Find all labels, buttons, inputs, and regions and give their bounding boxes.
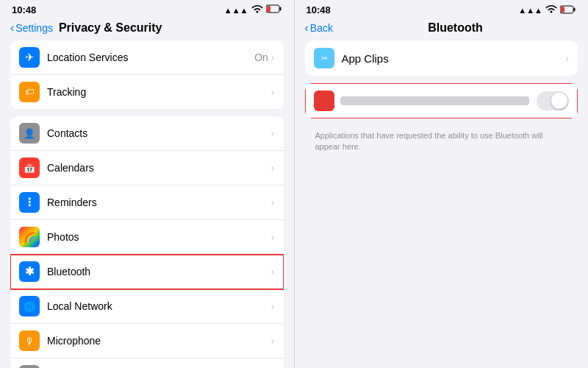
settings-list: ✈ Location Services On › 🏷 Tracking › 👤 … — [0, 40, 294, 368]
bluetooth-icon: ✱ — [19, 261, 40, 282]
calendars-icon: 📅 — [19, 158, 40, 178]
status-time-right: 10:48 — [306, 4, 331, 15]
wifi-icon — [251, 5, 263, 15]
contacts-icon: 👤 — [19, 123, 40, 144]
status-time-left: 10:48 — [12, 4, 36, 15]
battery-icon-left — [266, 4, 282, 15]
microphone-chevron: › — [271, 335, 275, 347]
bt-app-icon-placeholder — [314, 91, 334, 111]
status-bar-right: 10:48 ▲▲▲ — [295, 0, 589, 18]
svg-rect-2 — [279, 7, 281, 11]
app-clips-group: ✂ App Clips › — [305, 40, 578, 76]
bt-app-toggle[interactable] — [537, 91, 569, 110]
list-item-reminders[interactable]: ⁝ Reminders › — [10, 185, 284, 220]
app-clips-icon: ✂ — [314, 48, 334, 68]
bt-app-row[interactable] — [305, 83, 578, 118]
list-item-photos[interactable]: 🌈 Photos › — [10, 220, 284, 255]
back-chevron-left: ‹ — [10, 21, 14, 35]
nav-title-left: Privacy & Security — [59, 21, 162, 35]
status-bar-left: 10:48 ▲▲▲ — [0, 0, 294, 18]
location-icon: ✈ — [19, 47, 40, 68]
local-network-icon: 🌐 — [19, 296, 40, 316]
contacts-label: Contacts — [47, 127, 271, 139]
battery-icon-right — [560, 5, 576, 15]
signal-icon: ▲▲▲ — [224, 6, 248, 15]
left-panel: 10:48 ▲▲▲ ‹ Settings Privacy & Security … — [0, 0, 294, 368]
svg-rect-5 — [574, 7, 576, 11]
bt-app-name-placeholder — [340, 96, 530, 105]
reminders-chevron: › — [271, 197, 275, 208]
bluetooth-chevron: › — [271, 266, 275, 277]
list-item-contacts[interactable]: 👤 Contacts › — [10, 116, 284, 151]
list-item-microphone[interactable]: 🎙 Microphone › — [10, 324, 284, 358]
nav-bar-right: ‹ Back Bluetooth — [295, 18, 589, 40]
list-item-tracking[interactable]: 🏷 Tracking › — [10, 75, 284, 109]
bt-item-app-clips[interactable]: ✂ App Clips › — [305, 40, 578, 76]
svg-rect-4 — [561, 7, 564, 13]
microphone-label: Microphone — [47, 335, 271, 347]
nav-bar-left: ‹ Settings Privacy & Security — [0, 18, 294, 40]
location-label: Location Services — [47, 52, 254, 63]
list-item-location[interactable]: ✈ Location Services On › — [10, 40, 284, 75]
photos-label: Photos — [47, 231, 271, 243]
wifi-icon-right — [545, 5, 557, 15]
back-button-right[interactable]: ‹ Back — [305, 21, 333, 35]
app-clips-label: App Clips — [342, 52, 566, 65]
svg-rect-1 — [267, 6, 270, 12]
local-network-chevron: › — [271, 300, 275, 312]
location-value: On — [254, 52, 268, 63]
settings-group-1: ✈ Location Services On › 🏷 Tracking › — [10, 40, 284, 109]
nav-title-right: Bluetooth — [333, 21, 578, 35]
bt-app-group — [305, 83, 578, 118]
photos-icon: 🌈 — [19, 227, 40, 247]
local-network-label: Local Network — [47, 300, 271, 312]
contacts-chevron: › — [271, 127, 275, 139]
list-item-calendars[interactable]: 📅 Calendars › — [10, 151, 284, 185]
calendars-chevron: › — [271, 162, 275, 174]
reminders-icon: ⁝ — [19, 192, 40, 213]
microphone-icon: 🎙 — [19, 330, 40, 351]
reminders-label: Reminders — [47, 197, 271, 208]
location-chevron: › — [271, 52, 275, 63]
app-clips-chevron: › — [565, 52, 569, 64]
status-icons-left: ▲▲▲ — [224, 4, 282, 15]
bluetooth-list: ✂ App Clips › Applications that have req… — [295, 40, 589, 153]
list-item-local-network[interactable]: 🌐 Local Network › — [10, 289, 284, 324]
bluetooth-label: Bluetooth — [47, 266, 271, 277]
list-item-bluetooth[interactable]: ✱ Bluetooth › — [10, 255, 284, 289]
tracking-label: Tracking — [47, 86, 271, 98]
settings-group-2: 👤 Contacts › 📅 Calendars › ⁝ Reminders ›… — [10, 116, 284, 368]
tracking-icon: 🏷 — [19, 82, 40, 102]
photos-chevron: › — [271, 231, 275, 243]
back-label-left: Settings — [15, 22, 53, 34]
back-label-right: Back — [310, 22, 333, 34]
bt-helper-text: Applications that have requested the abi… — [305, 126, 578, 153]
back-chevron-right: ‹ — [305, 21, 309, 35]
speech-icon — [19, 365, 40, 368]
right-panel: 10:48 ▲▲▲ ‹ Back Bluetooth ✂ — [295, 0, 589, 368]
list-item-speech[interactable]: Speech Recognition › — [10, 358, 284, 368]
status-icons-right: ▲▲▲ — [518, 5, 576, 15]
tracking-chevron: › — [271, 86, 275, 98]
back-button-left[interactable]: ‹ Settings — [10, 21, 53, 35]
svg-text:✂: ✂ — [320, 54, 327, 63]
signal-icon-right: ▲▲▲ — [518, 6, 542, 15]
calendars-label: Calendars — [47, 162, 271, 174]
